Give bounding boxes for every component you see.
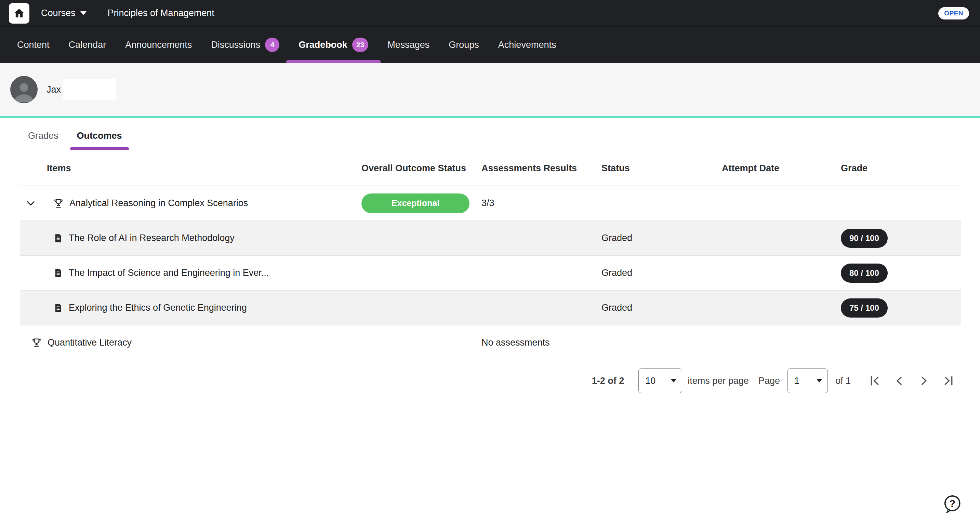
activity-items-cell: The Impact of Science and Engineering in… — [20, 268, 361, 278]
outcome-row: Quantitative Literacy No assessments — [20, 326, 961, 360]
activity-name: The Role of AI in Research Methodology — [69, 233, 235, 243]
previous-page-button[interactable] — [887, 370, 912, 392]
courses-label: Courses — [41, 8, 76, 19]
col-header-items: Items — [20, 163, 361, 174]
last-page-icon — [942, 375, 955, 387]
svg-text:?: ? — [949, 498, 955, 509]
nav-item-discussions[interactable]: Discussions 4 — [211, 27, 279, 63]
document-icon — [53, 303, 63, 313]
student-name: Jax — [46, 84, 61, 95]
nav-item-label: Calendar — [69, 40, 107, 50]
pagination-controls — [862, 370, 961, 392]
results-range: 1-2 of 2 — [592, 376, 624, 386]
tab-grades[interactable]: Grades — [21, 130, 65, 151]
outcome-name: Analytical Reasoning in Complex Scenario… — [69, 198, 248, 208]
grade-cell: 90 / 100 — [841, 229, 961, 248]
outcomes-table: Items Overall Outcome Status Assessments… — [0, 151, 980, 393]
activity-row: The Role of AI in Research Methodology G… — [20, 221, 961, 256]
activity-row: Exploring the Ethics of Genetic Engineer… — [20, 291, 961, 326]
activity-name: The Impact of Science and Engineering in… — [69, 268, 269, 278]
nav-item-messages[interactable]: Messages — [387, 27, 430, 63]
col-header-assessments-results: Assessments Results — [482, 163, 601, 174]
activity-items-cell: Exploring the Ethics of Genetic Engineer… — [20, 302, 361, 313]
grade-cell: 80 / 100 — [841, 264, 961, 283]
col-header-overall-status: Overall Outcome Status — [361, 163, 482, 174]
nav-item-label: Announcements — [125, 40, 192, 50]
nav-item-label: Content — [17, 40, 49, 50]
tab-label: Grades — [28, 130, 59, 141]
assessments-results-cell: 3/3 — [482, 198, 601, 208]
outcome-items-cell: Analytical Reasoning in Complex Scenario… — [20, 196, 361, 211]
outcome-trophy-icon — [53, 198, 64, 209]
tab-outcomes[interactable]: Outcomes — [70, 130, 129, 151]
home-button[interactable] — [9, 3, 29, 24]
document-icon — [53, 268, 63, 278]
col-header-grade: Grade — [841, 163, 961, 174]
table-header-row: Items Overall Outcome Status Assessments… — [20, 151, 961, 186]
chevron-down-icon — [25, 198, 36, 209]
nav-item-label: Gradebook — [299, 40, 347, 50]
items-per-page-label: items per page — [688, 376, 749, 386]
status-cell: Graded — [601, 268, 722, 278]
activity-name: Exploring the Ethics of Genetic Engineer… — [69, 302, 247, 313]
chevron-down-icon — [80, 11, 86, 15]
nav-item-calendar[interactable]: Calendar — [69, 27, 107, 63]
discussions-count-badge: 4 — [265, 38, 279, 52]
first-page-icon — [869, 375, 881, 387]
status-cell: Graded — [601, 302, 722, 313]
activity-items-cell: The Role of AI in Research Methodology — [20, 233, 361, 243]
page-label: Page — [759, 376, 780, 386]
assessments-results-cell: No assessments — [482, 337, 601, 348]
first-page-button[interactable] — [862, 370, 887, 392]
next-page-button[interactable] — [912, 370, 936, 392]
courses-dropdown[interactable]: Courses — [41, 8, 86, 19]
home-icon — [13, 7, 25, 19]
course-title: Principles of Management — [108, 8, 215, 19]
chevron-right-icon — [918, 375, 930, 387]
page-number-value: 1 — [794, 376, 799, 386]
page-total-label: of 1 — [835, 376, 851, 386]
nav-item-content[interactable]: Content — [17, 27, 49, 63]
nav-item-label: Groups — [449, 40, 479, 50]
pagination-bar: 1-2 of 2 10 items per page Page 1 of 1 — [20, 369, 961, 393]
course-navbar: Content Calendar Announcements Discussio… — [0, 27, 980, 63]
chevron-left-icon — [893, 375, 905, 387]
person-icon — [12, 79, 36, 103]
tab-label: Outcomes — [77, 130, 122, 141]
nav-item-announcements[interactable]: Announcements — [125, 27, 192, 63]
overall-status-cell: Exceptional — [361, 194, 482, 213]
student-profile-strip: Jax — [0, 63, 980, 116]
grade-cell: 75 / 100 — [841, 299, 961, 318]
page-size-value: 10 — [645, 376, 655, 386]
grade-pill: 90 / 100 — [841, 229, 888, 248]
last-page-button[interactable] — [936, 370, 961, 392]
collapse-outcome-button[interactable] — [23, 196, 38, 211]
redacted-name-block — [63, 79, 116, 100]
col-header-attempt-date: Attempt Date — [722, 163, 841, 174]
help-button[interactable]: ? — [942, 494, 962, 515]
grade-pill: 80 / 100 — [841, 264, 888, 283]
chevron-down-icon — [816, 379, 822, 383]
grade-pill: 75 / 100 — [841, 299, 888, 318]
activity-row: The Impact of Science and Engineering in… — [20, 256, 961, 291]
status-cell: Graded — [601, 233, 722, 243]
page-number-select[interactable]: 1 — [788, 369, 828, 393]
nav-item-label: Messages — [387, 40, 430, 50]
nav-item-achievements[interactable]: Achievements — [498, 27, 556, 63]
gradebook-tabs: Grades Outcomes — [0, 118, 980, 151]
nav-item-groups[interactable]: Groups — [449, 27, 479, 63]
nav-item-label: Achievements — [498, 40, 556, 50]
chevron-down-icon — [671, 379, 676, 383]
outcome-row: Analytical Reasoning in Complex Scenario… — [20, 186, 961, 221]
page-size-select[interactable]: 10 — [638, 369, 682, 393]
gradebook-count-badge: 23 — [352, 38, 368, 52]
help-question-icon: ? — [942, 494, 962, 515]
nav-item-gradebook[interactable]: Gradebook 23 — [299, 27, 368, 63]
top-bar: Courses Principles of Management OPEN — [0, 0, 980, 27]
outcome-trophy-icon — [31, 337, 42, 348]
col-header-status: Status — [601, 163, 722, 174]
open-badge: OPEN — [938, 7, 969, 19]
avatar — [10, 76, 38, 103]
outcome-items-cell: Quantitative Literacy — [20, 337, 361, 348]
nav-item-label: Discussions — [211, 40, 260, 50]
